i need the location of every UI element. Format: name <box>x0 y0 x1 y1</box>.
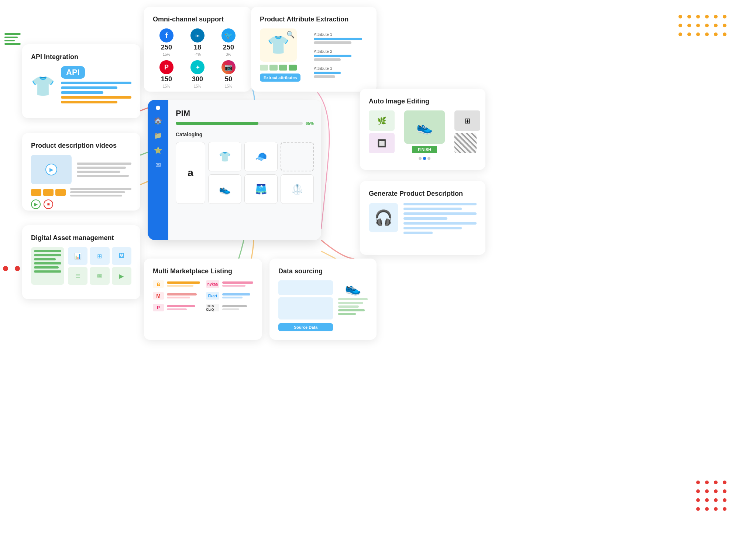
g-line-5 <box>403 222 477 225</box>
n-line-1 <box>222 281 253 284</box>
main-canvas: API Integration 👕 API Product descriptio… <box>0 0 756 533</box>
play-ctrl-button[interactable]: ▶ <box>31 199 41 209</box>
paytm-logo: P <box>153 304 164 311</box>
multi-marketplace-card: Multi Marketplace Listing a M <box>144 259 262 340</box>
img-dot-2[interactable] <box>423 157 426 160</box>
ds-r-line-2 <box>338 302 363 304</box>
search-icon: 🔍 <box>286 31 295 39</box>
video-inner: ▶ <box>31 155 131 184</box>
attr-bar-2 <box>314 55 351 57</box>
img-main-preview: 👟 <box>404 110 445 144</box>
v-line-4 <box>77 175 129 177</box>
pim-card: 🏠 📁 ⭐ ✉ PIM 65% Cataloging a 👕 🧢 👟 🩳 🥼 <box>148 100 321 240</box>
pim-star-icon[interactable]: ⭐ <box>154 146 162 154</box>
attr-row-3: Attribute 3 <box>314 66 368 78</box>
orange-block-2 <box>43 189 54 196</box>
dam-list-area <box>31 247 64 285</box>
omni-card: Omni-channel support f 250 15% in 18 -4%… <box>144 7 251 92</box>
attr-bar-2b <box>314 58 341 61</box>
instagram-icon: 📷 <box>221 60 236 74</box>
img-edit-left-thumbs: 🌿 🔲 <box>369 110 395 160</box>
flipkart-lines <box>222 293 253 298</box>
instagram-pct: 15% <box>225 84 232 88</box>
api-integration-card: API Integration 👕 API <box>22 44 140 118</box>
attr-bar-3b <box>314 75 335 78</box>
img-edit-title: Auto Image Editing <box>369 98 477 105</box>
source-data-button[interactable]: Source Data <box>278 323 333 331</box>
multi-row-flipkart: Fkart <box>206 292 253 300</box>
pim-mail-icon[interactable]: ✉ <box>155 161 161 169</box>
omni-item-pinterest: P 150 15% <box>153 60 180 88</box>
ds-r-line-5 <box>338 313 356 315</box>
pinterest-icon: P <box>159 60 173 74</box>
headphones-icon: 🎧 <box>369 203 398 232</box>
video-bottom <box>31 188 131 197</box>
stop-ctrl-button[interactable]: ■ <box>44 199 53 209</box>
pim-product-shorts: 🩳 <box>244 174 278 204</box>
attr-bar-1b <box>314 41 351 44</box>
g-line-2 <box>403 208 462 210</box>
dam-cell-list: ☰ <box>68 267 87 285</box>
facebook-count: 250 <box>161 44 172 51</box>
dam-grid: 📊 ⊞ 🖼 ☰ ✉ ▶ <box>68 247 131 285</box>
f-line-1 <box>222 293 250 295</box>
dam-line-6 <box>34 270 61 273</box>
dam-card: Digital Asset management 📊 ⊞ 🖼 ☰ ✉ ▶ <box>22 225 140 299</box>
api-badge: API <box>61 66 85 79</box>
red-dot-left-2 <box>15 266 20 271</box>
dot-grid-top-right <box>678 15 726 36</box>
finish-button[interactable]: FINISH <box>412 146 437 153</box>
dam-line-3 <box>34 258 56 260</box>
ds-r-line-1 <box>338 298 368 300</box>
pim-progress-label: 65% <box>306 121 314 126</box>
pim-product-jacket: 🥼 <box>281 174 314 204</box>
img-edit-right-thumbs: ⊞ <box>454 110 477 160</box>
attr-bar-1 <box>314 38 362 40</box>
img-nav-dots <box>419 157 430 160</box>
api-line-3 <box>61 91 103 94</box>
pim-content: PIM 65% Cataloging a 👕 🧢 👟 🩳 🥼 <box>168 100 321 240</box>
img-thumb-2: 🔲 <box>369 133 395 153</box>
color-block-3 <box>279 65 287 71</box>
attr-card-title: Product Attribute Extraction <box>260 16 368 23</box>
multi-card-title: Multi Marketplace Listing <box>153 267 253 275</box>
pim-progress: 65% <box>176 121 314 126</box>
img-edit-card: Auto Image Editing 🌿 🔲 👟 FINISH ⊞ <box>360 89 485 170</box>
tatacliq-lines <box>222 305 253 310</box>
attr-inner: 👕 🔍 Extract attributes Attribute 1 <box>260 28 368 82</box>
img-thumb-3: ⊞ <box>454 110 480 131</box>
pim-catalog-label: Cataloging <box>176 131 314 137</box>
multi-col-left: a M P <box>153 280 200 311</box>
dam-cell-chart: 📊 <box>68 247 87 265</box>
attr-row-2: Attribute 2 <box>314 49 368 61</box>
extract-attributes-button[interactable]: Extract attributes <box>260 74 300 82</box>
attr-label-2: Attribute 2 <box>314 49 368 54</box>
vb-line-3 <box>70 195 122 197</box>
flipkart-logo: Fkart <box>206 292 219 300</box>
api-line-5 <box>61 101 117 103</box>
pim-amazon-logo: a <box>176 142 205 204</box>
linkedin-icon: in <box>190 28 205 42</box>
play-button[interactable]: ▶ <box>45 164 57 175</box>
img-dot-3[interactable] <box>427 157 430 160</box>
pim-home-icon[interactable]: 🏠 <box>154 117 162 125</box>
attr-label-1: Attribute 1 <box>314 32 368 37</box>
omni-card-title: Omni-channel support <box>153 16 242 23</box>
m-line-2 <box>167 297 190 298</box>
multi-row-paytm: P <box>153 304 200 311</box>
gen-desc-lines <box>403 203 477 234</box>
pim-folder-icon[interactable]: 📁 <box>154 131 162 140</box>
facebook-pct: 15% <box>163 52 170 57</box>
f-line-2 <box>222 297 243 298</box>
a-line-2 <box>167 285 193 287</box>
p-line-1 <box>167 305 195 307</box>
meesho-lines <box>167 293 200 298</box>
video-card-title: Product description videos <box>31 142 131 150</box>
multi-row-tatacliq: TATA CLiQ <box>206 304 253 311</box>
amazon-logo: a <box>153 280 164 288</box>
img-dot-1[interactable] <box>419 157 422 160</box>
data-sourcing-card: Data sourcing Source Data 👟 <box>269 259 377 340</box>
video-bottom-lines <box>70 188 131 197</box>
t-line-1 <box>222 305 247 307</box>
attr-shirt-wrap: 👕 🔍 <box>260 28 297 62</box>
